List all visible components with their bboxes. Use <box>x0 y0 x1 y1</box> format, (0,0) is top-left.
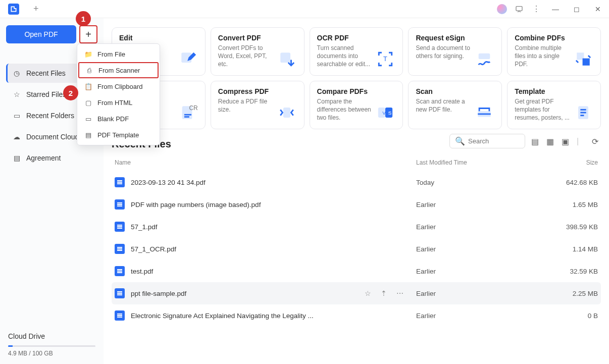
svg-rect-17 <box>580 109 586 111</box>
file-row[interactable]: 57_1_OCR.pdf ☆ ⇡ ⋯ Earlier 1.14 MB <box>112 238 601 260</box>
grid-view-icon[interactable]: ▦ <box>546 137 555 146</box>
card-compress[interactable]: Compress PDFReduce a PDF file size. <box>211 81 304 129</box>
col-name: Name <box>115 159 416 166</box>
minimize-button[interactable]: — <box>548 5 563 13</box>
file-modified: Earlier <box>416 290 547 297</box>
menu-from-html[interactable]: ▢From HTML <box>77 94 160 111</box>
file-name: test.pdf <box>131 268 416 275</box>
sidebar-item-label: Agreement <box>26 154 61 162</box>
combine-icon <box>573 49 593 69</box>
scan-icon <box>474 102 494 123</box>
open-pdf-button[interactable]: Open PDF <box>6 25 76 43</box>
svg-rect-2 <box>280 53 290 63</box>
card-convert[interactable]: Convert PDFConvert PDFs to Word, Excel, … <box>211 27 304 76</box>
close-button[interactable]: ✕ <box>591 5 605 13</box>
sidebar-item-label: Recent Files <box>26 69 66 77</box>
file-size: 0 B <box>547 312 598 320</box>
menu-from-scanner[interactable]: ⎙From Scanner <box>78 62 159 78</box>
star-icon[interactable]: ☆ <box>364 289 372 297</box>
refresh-icon[interactable]: ⟳ <box>592 137 601 146</box>
menu-label: PDF Template <box>97 131 139 139</box>
kebab-menu-icon[interactable]: ⋮ <box>531 4 541 14</box>
pdf-file-icon <box>115 222 125 232</box>
file-row[interactable]: PDF with page numbers (image based).pdf … <box>112 193 601 216</box>
card-desc: Compare the differences between two file… <box>317 97 373 122</box>
file-size: 32.59 KB <box>547 268 598 275</box>
card-title: Scan <box>416 87 471 95</box>
content-area: EditEdit texts and Convert PDFConvert PD… <box>104 18 609 364</box>
cloud-usage-text: 4.9 MB / 100 GB <box>6 350 97 357</box>
compare-icon: VS <box>375 102 395 123</box>
action-grid: EditEdit texts and Convert PDFConvert PD… <box>112 27 601 129</box>
create-pdf-button[interactable]: + <box>79 25 97 43</box>
menu-from-clipboard[interactable]: 📋From Clipboard <box>77 78 160 94</box>
svg-rect-10 <box>283 108 290 118</box>
card-ocr[interactable]: OCR PDFTurn scanned documents into searc… <box>310 27 403 76</box>
file-size: 398.59 KB <box>547 223 598 231</box>
file-modified: Today <box>416 179 547 186</box>
maximize-button[interactable]: ◻ <box>570 5 584 13</box>
cloud-drive-label: Cloud Drive <box>6 332 97 340</box>
file-modified: Earlier <box>416 223 547 231</box>
file-modified: Earlier <box>416 312 547 320</box>
menu-label: Blank PDF <box>97 115 129 123</box>
svg-rect-4 <box>479 54 490 59</box>
file-size: 2.25 MB <box>547 290 598 297</box>
card-template[interactable]: TemplateGet great PDF templates for resu… <box>507 81 601 129</box>
sidebar-item-agreement[interactable]: ▤Agreement <box>6 148 97 168</box>
template-icon: ▤ <box>84 131 92 139</box>
card-title: Template <box>515 87 570 95</box>
file-name: 57_1_OCR.pdf <box>131 245 416 253</box>
card-title: Combine PDFs <box>515 34 570 42</box>
card-scan[interactable]: ScanScan and create a new PDF file. <box>408 81 502 129</box>
card-combine[interactable]: Combine PDFsCombine multiple files into … <box>507 27 601 76</box>
menu-label: From HTML <box>97 99 132 107</box>
file-row[interactable]: 2023-09-13 20 41 34.pdf ☆ ⇡ ⋯ Today 642.… <box>112 171 601 193</box>
file-row[interactable]: 57_1.pdf ☆ ⇡ ⋯ Earlier 398.59 KB <box>112 216 601 238</box>
pdf-file-icon <box>115 244 125 254</box>
file-list: 2023-09-13 20 41 34.pdf ☆ ⇡ ⋯ Today 642.… <box>112 171 601 327</box>
svg-rect-18 <box>580 112 586 114</box>
sidebar: Open PDF + 1 2 📁From File ⎙From Scanner … <box>0 18 104 364</box>
html-icon: ▢ <box>84 98 92 107</box>
menu-blank-pdf[interactable]: ▭Blank PDF <box>77 111 160 127</box>
search-box[interactable]: 🔍 <box>449 134 525 148</box>
search-input[interactable] <box>468 137 520 145</box>
menu-from-file[interactable]: 📁From File <box>77 46 160 62</box>
file-row[interactable]: test.pdf ☆ ⇡ ⋯ Earlier 32.59 KB <box>112 260 601 282</box>
file-list-header: Name Last Modified Time Size <box>112 153 601 171</box>
card-compare[interactable]: Compare PDFsCompare the differences betw… <box>310 81 403 129</box>
menu-label: From Clipboard <box>97 83 143 90</box>
file-row[interactable]: Electronic Signature Act Explained Navig… <box>112 304 601 327</box>
sidebar-item-label: Document Cloud <box>26 133 79 141</box>
clock-icon: ◷ <box>12 69 21 78</box>
ocr-icon: T <box>375 49 395 69</box>
list-view-icon[interactable]: ▤ <box>531 137 540 146</box>
callout-badge-2: 2 <box>63 85 78 100</box>
menu-pdf-template[interactable]: ▤PDF Template <box>77 127 160 143</box>
esign-icon <box>474 49 494 69</box>
svg-text:S: S <box>388 110 392 116</box>
file-modified: Earlier <box>416 201 547 209</box>
file-name: 2023-09-13 20 41 34.pdf <box>131 179 416 186</box>
card-title: Request eSign <box>416 34 471 42</box>
card-desc: Get great PDF templates for resumes, pos… <box>515 97 570 122</box>
doc-icon: ▤ <box>12 153 21 163</box>
cloud-usage-bar <box>8 345 95 347</box>
more-icon[interactable]: ⋯ <box>396 289 404 297</box>
file-size: 642.68 KB <box>547 179 598 186</box>
new-tab-button[interactable]: + <box>33 4 39 14</box>
calendar-view-icon[interactable]: ▣ <box>562 137 571 146</box>
file-name: Electronic Signature Act Explained Navig… <box>131 312 416 320</box>
card-partial-text: CR <box>189 105 197 112</box>
svg-rect-9 <box>184 116 189 118</box>
chat-icon[interactable] <box>514 4 524 14</box>
create-pdf-menu: 2 📁From File ⎙From Scanner 📋From Clipboa… <box>77 43 160 145</box>
upload-icon[interactable]: ⇡ <box>380 289 388 297</box>
card-desc: Send a document to others for signing. <box>416 44 471 60</box>
file-name: 57_1.pdf <box>131 223 416 231</box>
col-modified: Last Modified Time <box>416 159 547 166</box>
file-row[interactable]: ppt file-sample.pdf ☆ ⇡ ⋯ Earlier 2.25 M… <box>112 282 601 304</box>
avatar-icon[interactable] <box>497 4 507 14</box>
card-esign[interactable]: Request eSignSend a document to others f… <box>408 27 502 76</box>
